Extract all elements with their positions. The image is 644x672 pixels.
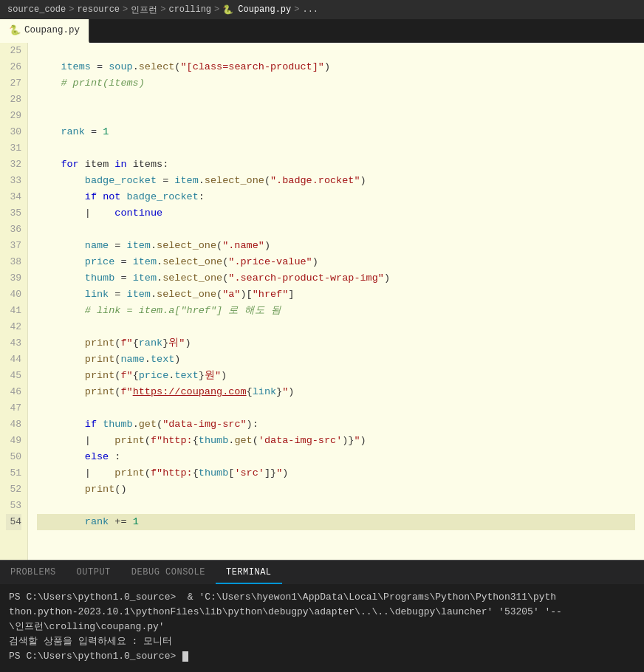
- line-num-48: 48: [6, 416, 21, 433]
- breadcrumb-sep: >: [160, 4, 165, 15]
- line-num-29: 29: [6, 108, 21, 124]
- terminal-line-1: PS C:\Users\python1.0_source> & 'C:\User…: [9, 590, 635, 605]
- code-line-48: if thumb.get("data-img-src"):: [37, 416, 635, 433]
- line-num-37: 37: [6, 238, 21, 254]
- code-line-32: for item in items:: [37, 157, 635, 173]
- tab-coupang-py[interactable]: 🐍 Coupang.py: [0, 19, 89, 43]
- tab-output[interactable]: OUTPUT: [66, 560, 121, 584]
- code-line-43: print(f"{rank}위"): [37, 335, 635, 352]
- breadcrumb-item[interactable]: 인프런: [131, 4, 157, 16]
- breadcrumb-item[interactable]: crolling: [168, 4, 211, 15]
- tab-debug-console[interactable]: DEBUG CONSOLE: [121, 560, 216, 584]
- code-lines[interactable]: items = soup.select("[class=search-produ…: [28, 43, 644, 560]
- code-line-45: print(f"{price.text}원"): [37, 368, 635, 384]
- code-line-44: print(name.text): [37, 352, 635, 368]
- code-line-54: rank += 1: [37, 514, 635, 530]
- line-num-53: 53: [6, 498, 21, 514]
- breadcrumb-ellipsis: ...: [302, 4, 318, 15]
- code-line-35: | continue: [37, 205, 635, 222]
- line-num-34: 34: [6, 189, 21, 205]
- breadcrumb-sep: >: [123, 4, 128, 15]
- code-line-30: rank = 1: [37, 124, 635, 140]
- breadcrumb-sep: >: [69, 4, 74, 15]
- code-line-49: | print(f"http:{thumb.get('data-img-src'…: [37, 433, 635, 449]
- terminal-line-4: 검색할 상품을 입력하세요 : 모니터: [9, 634, 635, 649]
- line-num-36: 36: [6, 222, 21, 238]
- breadcrumb-sep: >: [294, 4, 299, 15]
- panel-tabs: PROBLEMS OUTPUT DEBUG CONSOLE TERMINAL: [0, 560, 644, 584]
- code-line-31: [37, 140, 635, 157]
- terminal[interactable]: PS C:\Users\python1.0_source> & 'C:\User…: [0, 584, 644, 672]
- editor-tabs-bar: 🐍 Coupang.py: [0, 19, 644, 43]
- breadcrumb-sep: >: [214, 4, 219, 15]
- breadcrumb-item[interactable]: resource: [77, 4, 120, 15]
- line-num-30: 30: [6, 124, 21, 140]
- code-line-41: # link = item.a["href"] 로 해도 됨: [37, 303, 635, 319]
- code-line-50: else :: [37, 449, 635, 465]
- line-num-41: 41: [6, 303, 21, 319]
- terminal-cursor: [182, 651, 188, 662]
- terminal-line-5: PS C:\Users\python1.0_source>: [9, 649, 635, 664]
- tab-file-icon: 🐍: [9, 24, 21, 36]
- file-icon: 🐍: [222, 4, 233, 16]
- line-num-33: 33: [6, 173, 21, 189]
- line-num-50: 50: [6, 449, 21, 465]
- line-num-31: 31: [6, 140, 21, 157]
- line-num-45: 45: [6, 368, 21, 384]
- code-line-26: items = soup.select("[class=search-produ…: [37, 59, 635, 75]
- breadcrumb: source_code > resource > 인프런 > crolling …: [0, 0, 644, 19]
- line-numbers: 25 26 27 28 29 30 31 32 33 34 35 36 37 3…: [0, 43, 28, 560]
- line-num-26: 26: [6, 59, 21, 75]
- line-num-43: 43: [6, 335, 21, 352]
- line-num-27: 27: [6, 75, 21, 92]
- line-num-46: 46: [6, 384, 21, 400]
- code-line-51: | print(f"http:{thumb['src']}"): [37, 465, 635, 481]
- code-line-53: [37, 498, 635, 514]
- terminal-line-2: thon.python-2023.10.1\pythonFiles\lib\py…: [9, 605, 635, 620]
- line-num-47: 47: [6, 400, 21, 416]
- line-num-51: 51: [6, 465, 21, 481]
- line-num-54: 54: [6, 514, 21, 530]
- code-line-29: [37, 108, 635, 124]
- line-num-49: 49: [6, 433, 21, 449]
- code-line-36: [37, 222, 635, 238]
- code-editor[interactable]: 25 26 27 28 29 30 31 32 33 34 35 36 37 3…: [0, 43, 644, 560]
- line-num-25: 25: [6, 43, 21, 59]
- code-line-42: [37, 319, 635, 335]
- code-line-25: [37, 43, 635, 59]
- line-num-40: 40: [6, 287, 21, 303]
- code-line-34: if not badge_rocket:: [37, 189, 635, 205]
- code-line-47: [37, 400, 635, 416]
- line-num-39: 39: [6, 270, 21, 287]
- code-line-38: price = item.select_one(".price-value"): [37, 254, 635, 270]
- breadcrumb-current-file[interactable]: Coupang.py: [238, 4, 291, 15]
- bottom-panel: PROBLEMS OUTPUT DEBUG CONSOLE TERMINAL P…: [0, 560, 644, 672]
- line-num-38: 38: [6, 254, 21, 270]
- line-num-32: 32: [6, 157, 21, 173]
- line-num-28: 28: [6, 92, 21, 108]
- code-line-46: print(f"https://coupang.com{link}"): [37, 384, 635, 400]
- code-line-27: # print(items): [37, 75, 635, 92]
- code-line-52: print(): [37, 481, 635, 498]
- line-num-52: 52: [6, 481, 21, 498]
- line-num-35: 35: [6, 205, 21, 222]
- line-num-42: 42: [6, 319, 21, 335]
- tab-label: Coupang.py: [24, 25, 80, 35]
- line-num-44: 44: [6, 352, 21, 368]
- code-line-28: [37, 92, 635, 108]
- tab-problems[interactable]: PROBLEMS: [0, 560, 66, 584]
- code-line-33: badge_rocket = item.select_one(".badge.r…: [37, 173, 635, 189]
- terminal-line-3: \인프런\crolling\coupang.py': [9, 620, 635, 634]
- tab-terminal[interactable]: TERMINAL: [216, 560, 282, 584]
- code-line-40: link = item.select_one("a")["href"]: [37, 287, 635, 303]
- code-line-37: name = item.select_one(".name"): [37, 238, 635, 254]
- breadcrumb-item[interactable]: source_code: [7, 4, 66, 15]
- code-line-39: thumb = item.select_one(".search-product…: [37, 270, 635, 287]
